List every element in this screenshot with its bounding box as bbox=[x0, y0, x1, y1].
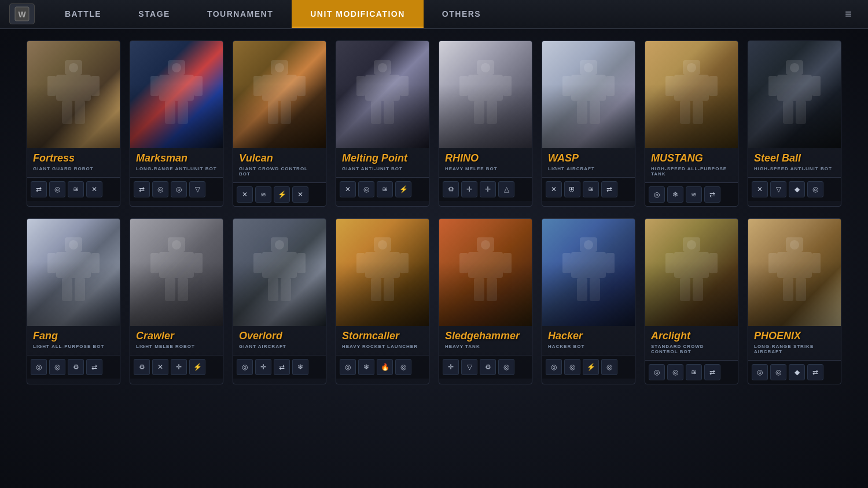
unit-icon-fortress-2[interactable]: ≋ bbox=[68, 181, 84, 197]
unit-icon-rhino-2[interactable]: ✛ bbox=[480, 181, 496, 197]
unit-icon-crawler-0[interactable]: ⚙ bbox=[134, 359, 150, 375]
unit-icon-rhino-3[interactable]: △ bbox=[498, 181, 514, 197]
unit-row-2: FangLIGHT ALL-PURPOSE BOT◎◎⚙⇄ CrawlerLIG… bbox=[35, 218, 833, 384]
unit-card-phoenix[interactable]: PHOENIXLONG-RANGE STRIKE AIRCRAFT◎◎◆⇄ bbox=[748, 218, 841, 384]
unit-info-fortress: FortressGIANT GUARD ROBOT bbox=[27, 148, 120, 177]
unit-icon-fang-1[interactable]: ◎ bbox=[49, 359, 65, 375]
unit-icon-wasp-1[interactable]: ⛨ bbox=[564, 181, 580, 197]
unit-type-overlord: GIANT AIRCRAFT bbox=[239, 344, 320, 349]
unit-icon-melting-point-3[interactable]: ⚡ bbox=[395, 181, 411, 197]
unit-icon-fang-3[interactable]: ⇄ bbox=[86, 359, 102, 375]
unit-icon-phoenix-2[interactable]: ◆ bbox=[789, 364, 805, 380]
unit-icon-wasp-2[interactable]: ≋ bbox=[583, 181, 599, 197]
unit-info-overlord: OverlordGIANT AIRCRAFT bbox=[233, 326, 326, 355]
unit-icon-phoenix-0[interactable]: ◎ bbox=[752, 364, 768, 380]
unit-icon-vulcan-2[interactable]: ⚡ bbox=[274, 186, 290, 203]
unit-icon-hacker-3[interactable]: ◎ bbox=[601, 359, 617, 375]
unit-card-stormcaller[interactable]: StormcallerHEAVY ROCKET LAUNCHER◎❄🔥◎ bbox=[336, 218, 429, 384]
unit-icon-fortress-3[interactable]: ✕ bbox=[86, 181, 102, 197]
unit-icon-melting-point-0[interactable]: ✕ bbox=[340, 181, 356, 197]
unit-icon-sledgehammer-3[interactable]: ◎ bbox=[498, 359, 514, 375]
unit-icon-rhino-1[interactable]: ✛ bbox=[461, 181, 477, 197]
unit-icon-steel-ball-1[interactable]: ▽ bbox=[770, 181, 786, 197]
unit-card-wasp[interactable]: WASPLIGHT AIRCRAFT✕⛨≋⇄ bbox=[542, 41, 635, 207]
unit-icon-melting-point-2[interactable]: ≋ bbox=[377, 181, 393, 197]
nav-tab-tournament[interactable]: TOURNAMENT bbox=[189, 0, 292, 28]
unit-icon-vulcan-3[interactable]: ✕ bbox=[292, 186, 308, 203]
unit-icon-arclight-1[interactable]: ◎ bbox=[667, 364, 683, 380]
unit-card-mustang[interactable]: MUSTANGHIGH-SPEED ALL-PURPOSE TANK◎❄≋⇄ bbox=[645, 41, 738, 207]
unit-icon-steel-ball-3[interactable]: ◎ bbox=[807, 181, 823, 197]
unit-icon-fortress-1[interactable]: ◎ bbox=[49, 181, 65, 197]
unit-card-arclight[interactable]: ArclightSTANDARD CROWD CONTROL BOT◎◎≋⇄ bbox=[645, 218, 738, 384]
unit-icon-rhino-0[interactable]: ⚙ bbox=[443, 181, 459, 197]
nav-tab-stage[interactable]: STAGE bbox=[120, 0, 189, 28]
unit-icon-phoenix-1[interactable]: ◎ bbox=[770, 364, 786, 380]
unit-icon-steel-ball-2[interactable]: ◆ bbox=[789, 181, 805, 197]
unit-icon-sledgehammer-2[interactable]: ⚙ bbox=[480, 359, 496, 375]
unit-icon-stormcaller-2[interactable]: 🔥 bbox=[377, 359, 393, 375]
unit-card-rhino[interactable]: RHINOHEAVY MELEE BOT⚙✛✛△ bbox=[439, 41, 532, 207]
unit-card-marksman[interactable]: MarksmanLONG-RANGE ANTI-UNIT BOT⇄◎◎▽ bbox=[130, 41, 223, 207]
unit-image-stormcaller bbox=[336, 219, 429, 326]
unit-icon-overlord-0[interactable]: ◎ bbox=[237, 359, 253, 375]
unit-icon-marksman-0[interactable]: ⇄ bbox=[134, 181, 150, 197]
unit-icon-fang-2[interactable]: ⚙ bbox=[68, 359, 84, 375]
unit-icon-sledgehammer-1[interactable]: ▽ bbox=[461, 359, 477, 375]
hamburger-menu[interactable]: ≡ bbox=[838, 3, 859, 24]
unit-icon-melting-point-1[interactable]: ◎ bbox=[358, 181, 374, 197]
unit-icon-stormcaller-1[interactable]: ❄ bbox=[358, 359, 374, 375]
nav-tab-unit-modification[interactable]: UNIT MODIFICATION bbox=[292, 0, 424, 28]
unit-icon-marksman-1[interactable]: ◎ bbox=[152, 181, 168, 197]
unit-icon-overlord-1[interactable]: ✛ bbox=[255, 359, 271, 375]
unit-icon-crawler-2[interactable]: ✛ bbox=[171, 359, 187, 375]
unit-icon-arclight-3[interactable]: ⇄ bbox=[704, 364, 720, 380]
unit-icon-marksman-3[interactable]: ▽ bbox=[189, 181, 205, 197]
unit-icons-phoenix: ◎◎◆⇄ bbox=[748, 360, 841, 384]
unit-icon-marksman-2[interactable]: ◎ bbox=[171, 181, 187, 197]
unit-icon-sledgehammer-0[interactable]: ✛ bbox=[443, 359, 459, 375]
unit-image-overlay-crawler bbox=[130, 219, 223, 326]
unit-icons-overlord: ◎✛⇄❄ bbox=[233, 355, 326, 379]
unit-icon-stormcaller-3[interactable]: ◎ bbox=[395, 359, 411, 375]
unit-icon-fortress-0[interactable]: ⇄ bbox=[31, 181, 47, 197]
unit-icon-crawler-1[interactable]: ✕ bbox=[152, 359, 168, 375]
nav-tab-battle[interactable]: BATTLE bbox=[46, 0, 120, 28]
unit-icon-vulcan-1[interactable]: ≋ bbox=[255, 186, 271, 203]
unit-icon-overlord-3[interactable]: ❄ bbox=[292, 359, 308, 375]
unit-icon-steel-ball-0[interactable]: ✕ bbox=[752, 181, 768, 197]
unit-card-sledgehammer[interactable]: SledgehammerHEAVY TANK✛▽⚙◎ bbox=[439, 218, 532, 384]
unit-icon-wasp-3[interactable]: ⇄ bbox=[601, 181, 617, 197]
unit-icon-mustang-0[interactable]: ◎ bbox=[649, 186, 665, 203]
unit-image-vulcan bbox=[233, 41, 326, 148]
unit-icon-mustang-2[interactable]: ≋ bbox=[686, 186, 702, 203]
unit-card-hacker[interactable]: HackerHACKER BOT◎◎⚡◎ bbox=[542, 218, 635, 384]
unit-icon-phoenix-3[interactable]: ⇄ bbox=[807, 364, 823, 380]
unit-card-fortress[interactable]: FortressGIANT GUARD ROBOT⇄◎≋✕ bbox=[27, 41, 120, 207]
unit-icon-hacker-1[interactable]: ◎ bbox=[564, 359, 580, 375]
nav-tabs: BATTLESTAGETOURNAMENTUNIT MODIFICATIONot… bbox=[46, 0, 838, 28]
unit-icon-wasp-0[interactable]: ✕ bbox=[546, 181, 562, 197]
unit-icon-mustang-1[interactable]: ❄ bbox=[667, 186, 683, 203]
unit-card-overlord[interactable]: OverlordGIANT AIRCRAFT◎✛⇄❄ bbox=[233, 218, 326, 384]
unit-icon-vulcan-0[interactable]: ✕ bbox=[237, 186, 253, 203]
unit-icons-stormcaller: ◎❄🔥◎ bbox=[336, 355, 429, 379]
unit-image-fang bbox=[27, 219, 120, 326]
unit-icon-mustang-3[interactable]: ⇄ bbox=[704, 186, 720, 203]
unit-icon-fang-0[interactable]: ◎ bbox=[31, 359, 47, 375]
unit-icon-hacker-0[interactable]: ◎ bbox=[546, 359, 562, 375]
unit-card-vulcan[interactable]: VulcanGIANT CROWD CONTROL BOT✕≋⚡✕ bbox=[233, 41, 326, 207]
unit-icon-overlord-2[interactable]: ⇄ bbox=[274, 359, 290, 375]
unit-card-steel-ball[interactable]: Steel BallHIGH-SPEED ANTI-UNIT BOT✕▽◆◎ bbox=[748, 41, 841, 207]
nav-tab-others[interactable]: otheRS bbox=[424, 0, 499, 28]
unit-icon-stormcaller-0[interactable]: ◎ bbox=[340, 359, 356, 375]
unit-icon-crawler-3[interactable]: ⚡ bbox=[189, 359, 205, 375]
unit-icon-hacker-2[interactable]: ⚡ bbox=[583, 359, 599, 375]
unit-icon-arclight-0[interactable]: ◎ bbox=[649, 364, 665, 380]
unit-card-fang[interactable]: FangLIGHT ALL-PURPOSE BOT◎◎⚙⇄ bbox=[27, 218, 120, 384]
unit-card-crawler[interactable]: CrawlerLIGHT MELEE ROBOT⚙✕✛⚡ bbox=[130, 218, 223, 384]
unit-icon-arclight-2[interactable]: ≋ bbox=[686, 364, 702, 380]
unit-card-melting-point[interactable]: Melting PointGIANT ANTI-UNIT BOT✕◎≋⚡ bbox=[336, 41, 429, 207]
unit-info-wasp: WASPLIGHT AIRCRAFT bbox=[542, 148, 635, 177]
app-logo[interactable]: W bbox=[9, 3, 35, 24]
